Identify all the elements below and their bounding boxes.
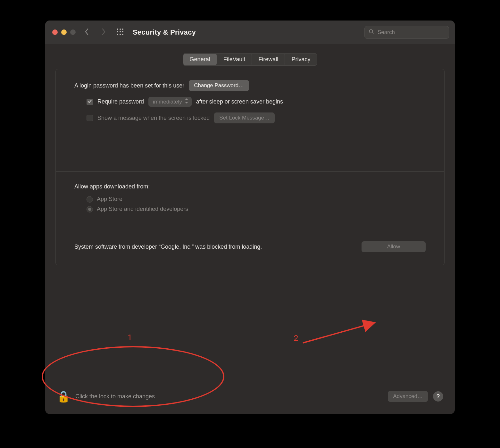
svg-point-2 — [122, 29, 123, 30]
svg-point-8 — [122, 34, 123, 35]
svg-point-7 — [120, 34, 121, 35]
require-password-delay-select: immediately — [148, 97, 192, 107]
help-button[interactable]: ? — [433, 391, 443, 402]
show-all-button[interactable] — [115, 27, 126, 38]
svg-marker-12 — [185, 102, 188, 104]
tab-firewall[interactable]: Firewall — [252, 54, 285, 65]
set-lock-message-button: Set Lock Message… — [214, 112, 275, 123]
advanced-button[interactable]: Advanced… — [388, 391, 428, 402]
search-field[interactable] — [364, 26, 449, 39]
radio-app-store — [87, 196, 93, 203]
svg-point-4 — [120, 31, 121, 32]
updown-icon — [185, 98, 188, 105]
back-button[interactable] — [81, 27, 92, 38]
footer: 🔒 Click the lock to make changes. Advanc… — [45, 379, 455, 414]
select-value: immediately — [153, 99, 182, 105]
svg-point-6 — [117, 34, 118, 35]
svg-line-10 — [372, 32, 373, 34]
general-panel: A login password has been set for this u… — [55, 69, 445, 265]
require-password-checkbox[interactable] — [87, 99, 93, 105]
forward-button — [98, 27, 109, 38]
chevron-left-icon — [84, 28, 89, 37]
check-icon — [88, 98, 92, 105]
login-password-text: A login password has been set for this u… — [74, 82, 184, 89]
allow-button[interactable]: Allow — [362, 241, 426, 252]
zoom-window-button — [70, 29, 76, 35]
search-input[interactable] — [378, 29, 445, 36]
tab-bar: General FileVault Firewall Privacy — [183, 53, 318, 66]
minimize-window-button[interactable] — [61, 29, 67, 35]
window-title: Security & Privacy — [133, 28, 196, 37]
chevron-right-icon — [101, 28, 106, 37]
svg-marker-11 — [185, 98, 188, 100]
window-controls — [52, 29, 76, 35]
svg-point-0 — [117, 29, 118, 30]
radio-app-store-identified — [87, 206, 93, 212]
lock-icon[interactable]: 🔒 — [57, 391, 70, 402]
allow-apps-heading: Allow apps downloaded from: — [74, 183, 426, 190]
svg-point-3 — [117, 31, 118, 32]
close-window-button[interactable] — [52, 29, 58, 35]
svg-point-9 — [369, 29, 373, 33]
tab-general[interactable]: General — [183, 54, 217, 65]
grid-icon — [116, 28, 124, 37]
require-password-label: Require password — [97, 98, 144, 105]
divider — [56, 171, 444, 172]
titlebar: Security & Privacy — [45, 21, 455, 44]
show-lock-message-label: Show a message when the screen is locked — [97, 115, 210, 121]
change-password-button[interactable]: Change Password… — [189, 80, 249, 91]
blocked-software-text: System software from developer “Google, … — [74, 243, 262, 251]
radio-app-store-identified-label: App Store and identified developers — [97, 206, 188, 212]
preferences-window: Security & Privacy General FileVault Fir… — [45, 21, 455, 414]
show-lock-message-checkbox — [87, 115, 93, 121]
require-password-suffix: after sleep or screen saver begins — [196, 98, 283, 105]
lock-hint-text: Click the lock to make changes. — [75, 393, 156, 400]
search-icon — [369, 29, 374, 36]
tab-filevault[interactable]: FileVault — [217, 54, 252, 65]
svg-point-5 — [122, 31, 123, 32]
radio-app-store-label: App Store — [97, 196, 122, 203]
svg-point-1 — [120, 29, 121, 30]
tab-privacy[interactable]: Privacy — [285, 54, 317, 65]
